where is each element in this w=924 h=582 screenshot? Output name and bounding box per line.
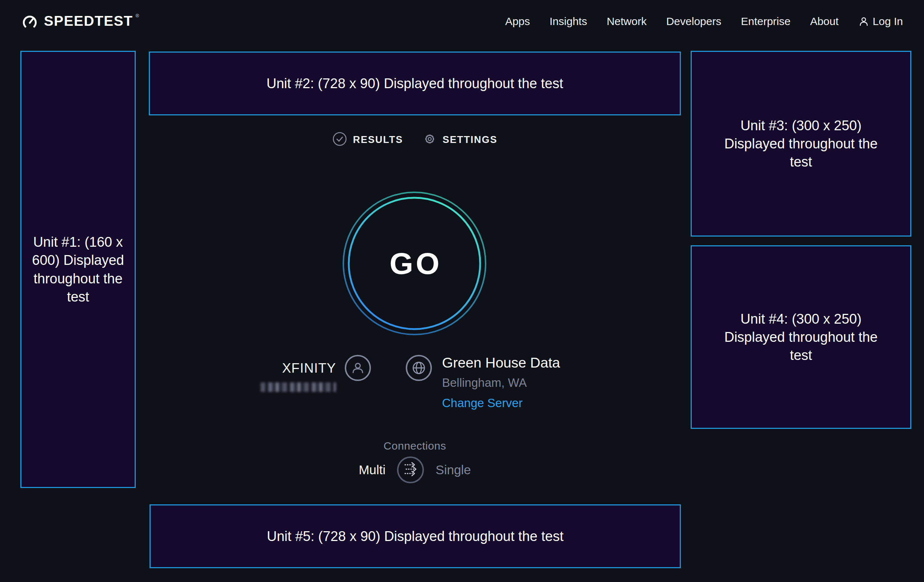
ad-unit-5-leaderboard[interactable]: Unit #5: (728 x 90) Displayed throughout… xyxy=(150,505,681,568)
go-button[interactable]: GO xyxy=(338,187,491,340)
logo-trademark: ® xyxy=(135,13,139,18)
main-nav: Apps Insights Network Developers Enterpr… xyxy=(505,15,903,28)
top-nav-bar: SPEEDTEST ® Apps Insights Network Develo… xyxy=(0,0,924,43)
connection-info-row: XFINITY Green House Data Bellingham, WA … xyxy=(149,355,681,410)
log-in-label: Log In xyxy=(873,15,903,28)
nav-item-insights[interactable]: Insights xyxy=(549,15,587,28)
user-icon xyxy=(858,16,869,27)
isp-name: XFINITY xyxy=(261,361,336,376)
connections-toggle-row: Multi Single xyxy=(149,457,681,483)
ad-unit-4-rectangle[interactable]: Unit #4: (300 x 250) Displayed throughou… xyxy=(691,245,911,429)
nav-item-about[interactable]: About xyxy=(810,15,838,28)
connections-label: Connections xyxy=(149,440,681,452)
go-button-label: GO xyxy=(338,187,491,340)
results-settings-tabs: RESULTS SETTINGS xyxy=(149,131,681,148)
logo-wordmark: SPEEDTEST xyxy=(44,12,133,30)
tab-settings[interactable]: SETTINGS xyxy=(422,131,498,148)
server-location: Bellingham, WA xyxy=(442,376,569,390)
gear-icon xyxy=(422,131,437,148)
tab-results[interactable]: RESULTS xyxy=(332,131,403,148)
ad-unit-1-skyscraper[interactable]: Unit #1: (160 x 600) Displayed throughou… xyxy=(20,51,136,488)
connections-multi-option[interactable]: Multi xyxy=(358,463,385,477)
nav-item-network[interactable]: Network xyxy=(607,15,647,28)
ad-unit-1-label: Unit #1: (160 x 600) Displayed throughou… xyxy=(30,233,126,306)
connections-toggle-button[interactable] xyxy=(397,457,424,483)
speedometer-gauge-icon xyxy=(21,12,38,30)
isp-ip-redacted xyxy=(261,383,336,392)
nav-item-developers[interactable]: Developers xyxy=(666,15,721,28)
ad-unit-2-leaderboard[interactable]: Unit #2: (728 x 90) Displayed throughout… xyxy=(149,51,681,115)
ad-unit-2-label: Unit #2: (728 x 90) Displayed throughout… xyxy=(266,74,563,92)
server-block: Green House Data Bellingham, WA Change S… xyxy=(442,355,569,410)
ad-unit-3-rectangle[interactable]: Unit #3: (300 x 250) Displayed throughou… xyxy=(691,51,911,237)
check-circle-icon xyxy=(332,131,347,148)
server-name: Green House Data xyxy=(442,355,569,371)
multi-arrows-icon xyxy=(402,460,419,479)
speedtest-page: { "page": { "background": "#0f1119", "ad… xyxy=(0,0,924,582)
change-server-link[interactable]: Change Server xyxy=(442,396,523,410)
isp-user-icon xyxy=(345,355,371,381)
ad-unit-3-label: Unit #3: (300 x 250) Displayed throughou… xyxy=(712,117,890,171)
speedtest-logo[interactable]: SPEEDTEST ® xyxy=(21,12,139,30)
isp-block: XFINITY xyxy=(261,361,336,392)
nav-item-enterprise[interactable]: Enterprise xyxy=(741,15,790,28)
tab-settings-label: SETTINGS xyxy=(443,134,498,145)
ad-unit-4-label: Unit #4: (300 x 250) Displayed throughou… xyxy=(712,310,890,364)
tab-results-label: RESULTS xyxy=(353,134,403,145)
ad-unit-5-label: Unit #5: (728 x 90) Displayed throughout… xyxy=(267,527,563,545)
connections-single-option[interactable]: Single xyxy=(436,463,471,477)
server-globe-icon xyxy=(406,355,432,381)
nav-item-apps[interactable]: Apps xyxy=(505,15,530,28)
log-in-button[interactable]: Log In xyxy=(858,15,903,28)
